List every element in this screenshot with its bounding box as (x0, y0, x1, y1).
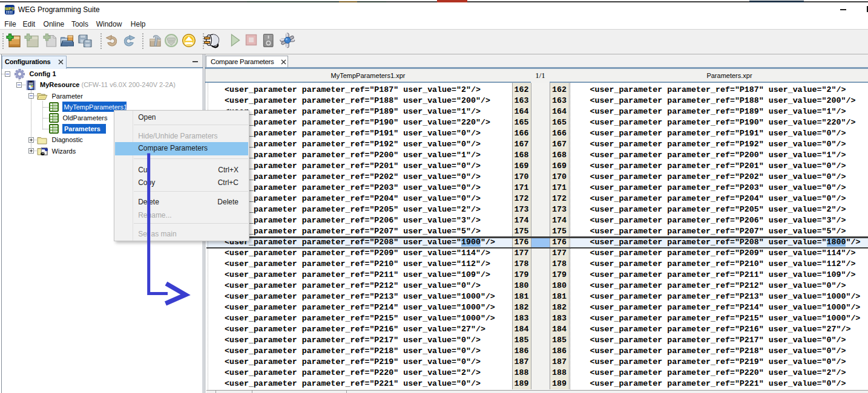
svg-text:WPS: WPS (5, 7, 15, 11)
